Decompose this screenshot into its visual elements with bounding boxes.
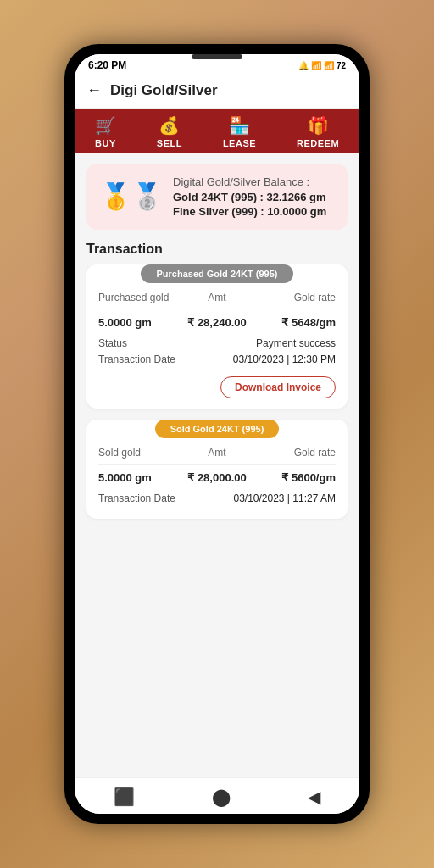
sold-data-row: 5.0000 gm ₹ 28,000.00 ₹ 5600/gm (98, 471, 336, 484)
silver-balance: Fine Silver (999) : 10.0000 gm (173, 205, 326, 218)
lease-label: LEASE (223, 138, 256, 148)
col2-label-sold: Amt (177, 447, 256, 459)
sold-header-row: Sold gold Amt Gold rate (98, 447, 336, 465)
lease-icon: 🏪 (229, 115, 250, 136)
nav-bar: 🛒 BUY 💰 SELL 🏪 LEASE 🎁 REDEEM (75, 108, 359, 153)
badge-wrap-purchased: Purchased Gold 24KT (995) (86, 264, 348, 283)
bottom-nav-square[interactable]: ⬛ (114, 787, 135, 807)
col2-label-purchased: Amt (177, 292, 256, 303)
sold-amt-val: ₹ 28,000.00 (177, 471, 256, 484)
date-row-purchased: Transaction Date 03/10/2023 | 12:30 PM (98, 353, 336, 365)
badge-wrap-sold: Sold Gold 24KT (995) (86, 420, 348, 438)
sold-info: Transaction Date 03/10/2023 | 11:27 AM (86, 492, 348, 504)
balance-title: Digital Gold/Silver Balance : (173, 175, 326, 188)
gold-balance: Gold 24KT (995) : 32.1266 gm (173, 191, 326, 203)
nav-item-redeem[interactable]: 🎁 REDEEM (297, 115, 339, 148)
balance-card: 🥇🥈 Digital Gold/Silver Balance : Gold 24… (86, 164, 348, 230)
col3-label-sold: Gold rate (257, 447, 336, 459)
phone-frame: 6:20 PM 🔔 📶 📶 72 ← Digi Gold/Silver 🛒 BU… (64, 44, 370, 824)
sold-badge: Sold Gold 24KT (995) (155, 420, 280, 438)
purchased-rate-val: ₹ 5648/gm (257, 316, 336, 329)
header: ← Digi Gold/Silver (75, 75, 359, 108)
date-row-sold: Transaction Date 03/10/2023 | 11:27 AM (98, 492, 336, 504)
sell-icon: 💰 (159, 115, 180, 136)
purchased-table: Purchased gold Amt Gold rate 5.0000 gm ₹… (86, 292, 348, 329)
buy-label: BUY (95, 138, 116, 148)
bottom-nav-circle[interactable]: ⬤ (212, 787, 231, 807)
purchased-gold-val: 5.0000 gm (98, 316, 177, 329)
purchased-amt-val: ₹ 28,240.00 (177, 316, 256, 329)
page-title: Digi Gold/Silver (110, 82, 218, 99)
bottom-nav: ⬛ ⬤ ◀ (75, 777, 359, 814)
buy-icon: 🛒 (95, 115, 116, 136)
nav-item-sell[interactable]: 💰 SELL (157, 115, 182, 148)
redeem-label: REDEEM (297, 138, 339, 148)
date-label-purchased: Transaction Date (98, 353, 175, 365)
bell-icon: 🔔 (298, 61, 309, 70)
purchased-info: Status Payment success Transaction Date … (86, 337, 348, 365)
status-value: Payment success (256, 337, 336, 349)
date-value-sold: 03/10/2023 | 11:27 AM (233, 492, 336, 504)
date-value-purchased: 03/10/2023 | 12:30 PM (233, 353, 336, 365)
date-label-sold: Transaction Date (98, 492, 175, 504)
purchased-badge: Purchased Gold 24KT (995) (141, 264, 292, 283)
status-time: 6:20 PM (88, 59, 126, 71)
transaction-section-title: Transaction (86, 242, 348, 257)
phone-notch (192, 54, 242, 59)
download-invoice-button[interactable]: Download Invoice (220, 376, 336, 398)
sell-label: SELL (157, 138, 182, 148)
balance-details: Digital Gold/Silver Balance : Gold 24KT … (173, 175, 326, 218)
status-icons: 🔔 📶 📶 72 (298, 61, 346, 70)
bottom-nav-back[interactable]: ◀ (308, 787, 320, 807)
nav-item-lease[interactable]: 🏪 LEASE (223, 115, 256, 148)
status-label: Status (98, 337, 127, 349)
redeem-icon: 🎁 (308, 115, 329, 136)
sold-gold-val: 5.0000 gm (98, 471, 177, 484)
sold-table: Sold gold Amt Gold rate 5.0000 gm ₹ 28,0… (86, 447, 348, 484)
col1-label-purchased: Purchased gold (98, 292, 177, 303)
battery-icon: 72 (337, 61, 346, 70)
status-row: Status Payment success (98, 337, 336, 349)
nav-item-buy[interactable]: 🛒 BUY (95, 115, 116, 148)
back-button[interactable]: ← (86, 81, 102, 99)
download-btn-wrap: Download Invoice (86, 370, 348, 398)
signal-icon: 📶 (311, 61, 321, 70)
sold-rate-val: ₹ 5600/gm (257, 471, 336, 484)
col3-label-purchased: Gold rate (257, 292, 336, 303)
transaction-card-purchased: Purchased Gold 24KT (995) Purchased gold… (86, 264, 348, 409)
purchased-data-row: 5.0000 gm ₹ 28,240.00 ₹ 5648/gm (98, 316, 336, 329)
wifi-icon: 📶 (324, 61, 334, 70)
transaction-card-sold: Sold Gold 24KT (995) Sold gold Amt Gold … (86, 420, 348, 519)
purchased-header-row: Purchased gold Amt Gold rate (98, 292, 336, 309)
coin-icon: 🥇🥈 (100, 184, 163, 209)
col1-label-sold: Sold gold (98, 447, 177, 459)
phone-screen: 6:20 PM 🔔 📶 📶 72 ← Digi Gold/Silver 🛒 BU… (75, 54, 359, 814)
main-content: 🥇🥈 Digital Gold/Silver Balance : Gold 24… (75, 153, 359, 777)
